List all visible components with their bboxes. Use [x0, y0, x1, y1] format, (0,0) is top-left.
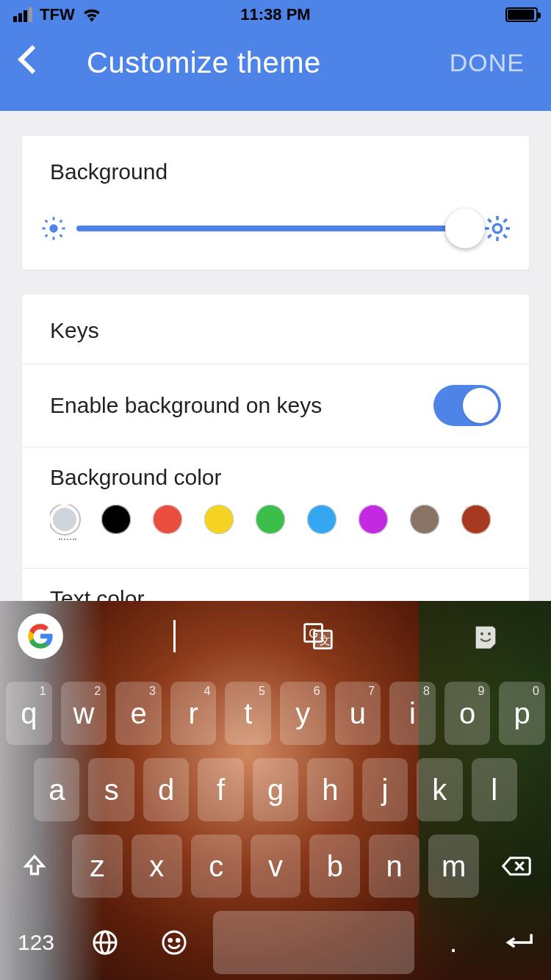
svg-point-29	[163, 932, 185, 954]
key-v[interactable]: v	[251, 835, 301, 898]
status-bar: TFW 11:38 PM	[0, 0, 551, 29]
key-b[interactable]: b	[309, 835, 360, 898]
key-l[interactable]: l	[472, 758, 517, 821]
content: Background Keys Enable background on key…	[0, 111, 551, 611]
key-m[interactable]: m	[428, 835, 479, 898]
svg-line-14	[488, 219, 491, 222]
svg-line-16	[488, 235, 491, 238]
key-p[interactable]: 0p	[499, 682, 545, 745]
color-swatch[interactable]	[461, 505, 491, 534]
svg-line-6	[60, 235, 62, 237]
color-swatch[interactable]	[307, 505, 336, 534]
key-e[interactable]: 3e	[115, 682, 162, 745]
backspace-key[interactable]	[488, 835, 545, 898]
keys-title: Keys	[22, 295, 529, 364]
svg-point-23	[488, 633, 491, 635]
key-a[interactable]: a	[34, 758, 79, 821]
key-z[interactable]: z	[72, 835, 123, 898]
svg-text:G: G	[309, 627, 318, 640]
page-title: Customize theme	[87, 46, 321, 79]
signal-icon	[13, 7, 32, 22]
color-swatch[interactable]	[204, 505, 234, 534]
sticker-icon[interactable]	[468, 619, 503, 654]
key-i[interactable]: 8i	[389, 682, 436, 745]
brightness-low-icon	[41, 216, 66, 241]
done-button[interactable]: DONE	[450, 48, 525, 77]
back-button[interactable]	[18, 45, 47, 74]
key-h[interactable]: h	[307, 758, 353, 821]
numbers-key[interactable]: 123	[6, 911, 66, 974]
keyboard: G文 1q2w3e4r5t6y7u8i9o0p asdfghjkl zxcvbn…	[0, 601, 551, 980]
color-swatch[interactable]	[256, 505, 285, 534]
google-logo-button[interactable]	[18, 613, 63, 659]
enable-bg-label: Enable background on keys	[50, 393, 322, 418]
key-q[interactable]: 1q	[6, 682, 52, 745]
enter-key[interactable]	[492, 911, 545, 974]
enable-bg-switch[interactable]	[433, 385, 501, 426]
wifi-icon	[82, 7, 101, 22]
key-j[interactable]: j	[362, 758, 408, 821]
translate-icon[interactable]: G文	[300, 619, 336, 654]
color-swatch[interactable]	[153, 505, 182, 534]
space-key[interactable]	[213, 911, 414, 974]
shift-key[interactable]	[6, 835, 63, 898]
key-r[interactable]: 4r	[170, 682, 217, 745]
key-c[interactable]: c	[191, 835, 242, 898]
battery-icon	[505, 7, 538, 22]
svg-point-0	[49, 224, 57, 232]
svg-text:文: 文	[320, 635, 331, 646]
color-swatch[interactable]	[50, 505, 79, 534]
svg-line-15	[504, 235, 507, 238]
key-n[interactable]: n	[369, 835, 419, 898]
svg-point-22	[480, 633, 483, 635]
color-swatch[interactable]	[101, 505, 131, 534]
svg-line-7	[46, 235, 48, 237]
color-swatch[interactable]	[359, 505, 388, 534]
clock: 11:38 PM	[240, 5, 310, 24]
color-swatch[interactable]	[410, 505, 439, 534]
svg-point-9	[493, 224, 501, 232]
key-g[interactable]: g	[253, 758, 298, 821]
brightness-slider[interactable]	[76, 215, 475, 242]
svg-line-8	[60, 220, 62, 223]
key-d[interactable]: d	[143, 758, 189, 821]
brightness-high-icon	[485, 216, 510, 241]
key-t[interactable]: 5t	[225, 682, 271, 745]
emoji-key[interactable]	[144, 911, 204, 974]
header: Customize theme DONE	[0, 29, 551, 111]
key-f[interactable]: f	[198, 758, 243, 821]
key-u[interactable]: 7u	[335, 682, 381, 745]
svg-point-31	[176, 939, 179, 942]
key-o[interactable]: 9o	[444, 682, 491, 745]
key-y[interactable]: 6y	[280, 682, 326, 745]
bgcolor-label: Background color	[50, 465, 501, 490]
globe-key[interactable]	[75, 911, 135, 974]
background-title: Background	[22, 136, 529, 184]
svg-line-5	[46, 220, 48, 223]
slider-thumb[interactable]	[445, 209, 485, 248]
keys-card: Keys Enable background on keys Backgroun…	[22, 295, 529, 611]
key-k[interactable]: k	[417, 758, 462, 821]
key-w[interactable]: 2w	[61, 682, 107, 745]
background-card: Background	[22, 136, 529, 270]
svg-point-30	[169, 939, 172, 942]
key-x[interactable]: x	[132, 835, 182, 898]
key-s[interactable]: s	[88, 758, 134, 821]
text-cursor	[173, 620, 176, 652]
carrier-label: TFW	[40, 5, 75, 24]
color-swatches	[50, 505, 501, 568]
svg-line-17	[504, 219, 507, 222]
period-key[interactable]: .	[423, 911, 483, 974]
